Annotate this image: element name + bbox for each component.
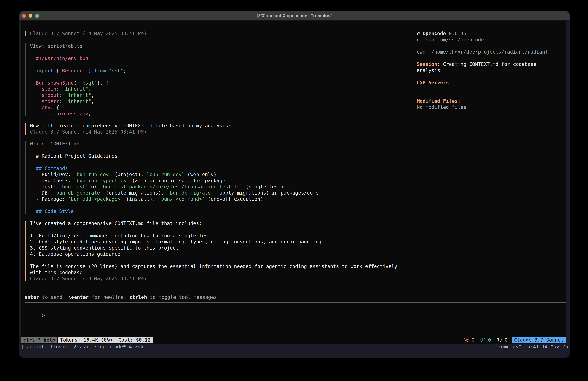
traffic-lights [22, 11, 39, 20]
desktop: { "window": { "title": "[2/3] radiant:3:… [0, 0, 588, 381]
prompt-input[interactable]: > [24, 306, 45, 325]
close-button[interactable] [22, 14, 26, 18]
window-title: [2/3] radiant:3:opencode - "romulus" [256, 13, 332, 18]
assistant-message: Now I'll create a comprehensive CONTEXT.… [24, 123, 231, 135]
lsp-servers-section: LSP Servers [417, 80, 449, 86]
cwd-info: cwd: /home/thdxr/dev/projects/radiant/ra… [417, 49, 548, 55]
tool-view-block: View: script/db.ts #!/usr/bin/env bun im… [24, 43, 126, 117]
minimize-button[interactable] [29, 14, 32, 18]
diagnostics-counters: Ⓦ 0 ⓘ 0 ⓗ 0 [464, 337, 507, 343]
model-chip[interactable]: Claude 3.7 Sonnet [512, 337, 566, 343]
input-divider [24, 302, 566, 303]
opencode-tui: Claude 3.7 Sonnet (14 May 2025 03:41 PM)… [19, 21, 570, 358]
session-info: Session: Creating CONTEXT.md for codebas… [417, 61, 536, 73]
tool-write-block: Write: CONTEXT.md # Radiant Project Guid… [24, 141, 318, 214]
tokens-cost-chip: Tokens: 16.4K (8%), Cost: $0.12 [58, 337, 153, 343]
window-titlebar[interactable]: [2/3] radiant:3:opencode - "romulus" [19, 11, 570, 21]
tmux-status-bar: [radiant] 1:nvim 2:zsh- 3:opencode* 4:zs… [19, 344, 570, 358]
status-bar: ctrl+? help Tokens: 16.4K (8%), Cost: $0… [21, 337, 566, 343]
prompt-caret: > [42, 313, 45, 318]
zoom-button[interactable] [35, 14, 39, 18]
modified-files-section: Modified Files:No modified files [417, 98, 466, 110]
tmux-session-info: "romulus" 15:41 14-May-25 [495, 344, 568, 350]
assistant-summary-message: I've created a comprehensive CONTEXT.md … [24, 220, 397, 282]
assistant-message-header: Claude 3.7 Sonnet (14 May 2025 03:41 PM) [24, 30, 147, 37]
app-version-info: © OpenCode 0.0.45github.com/sst/opencode [417, 30, 484, 43]
tmux-window-list[interactable]: [radiant] 1:nvim 2:zsh- 3:opencode* 4:zs… [21, 344, 144, 350]
help-shortcut-chip: ctrl+? help [21, 337, 57, 343]
keyboard-hints: enter to send, \+enter for newline, ctrl… [24, 294, 217, 300]
terminal-window: [2/3] radiant:3:opencode - "romulus" Cla… [19, 11, 570, 358]
